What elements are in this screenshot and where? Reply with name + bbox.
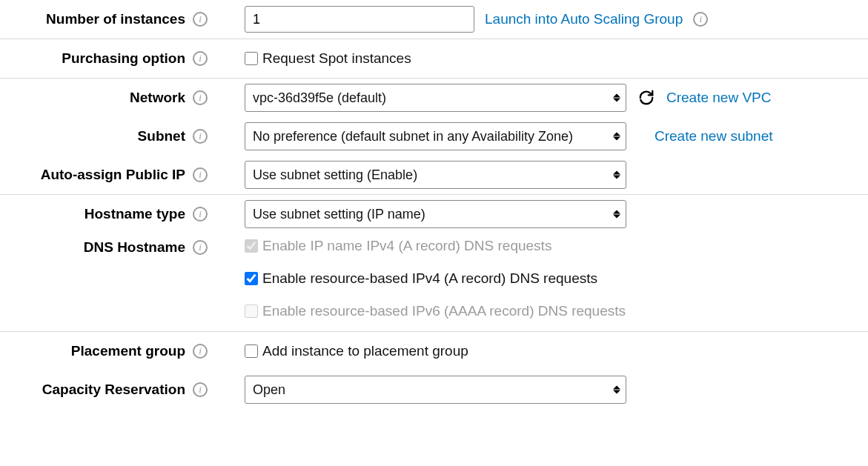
launch-asg-link[interactable]: Launch into Auto Scaling Group <box>485 11 683 27</box>
refresh-network-button[interactable] <box>637 88 656 107</box>
label-capacity-reservation: Capacity Reservation <box>42 382 185 398</box>
field-col: vpc-36d39f5e (default) Create new VPC <box>215 84 772 112</box>
label-col: Subnet i <box>0 128 215 144</box>
section-network: Network i vpc-36d39f5e (default) Create … <box>0 78 868 194</box>
row-placement-group: Placement group i Add instance to placem… <box>0 332 868 370</box>
label-subnet: Subnet <box>138 128 185 144</box>
subnet-select[interactable]: No preference (default subnet in any Ava… <box>245 122 626 150</box>
label-auto-assign-public-ip: Auto-assign Public IP <box>41 167 185 183</box>
request-spot-label: Request Spot instances <box>262 50 411 67</box>
dns-resource-v4-row: Enable resource-based IPv4 (A record) DN… <box>245 270 597 287</box>
dns-resource-v6-row: Enable resource-based IPv6 (AAAA record)… <box>245 303 626 319</box>
info-icon[interactable]: i <box>193 207 208 222</box>
section-placement: Placement group i Add instance to placem… <box>0 331 868 409</box>
refresh-icon <box>638 90 655 106</box>
auto-assign-public-ip-value: Use subnet setting (Enable) <box>245 161 626 189</box>
row-purchasing-option: Purchasing option i Request Spot instanc… <box>0 39 868 78</box>
dns-resource-v6-label: Enable resource-based IPv6 (AAAA record)… <box>262 303 626 319</box>
subnet-select-value: No preference (default subnet in any Ava… <box>245 122 626 150</box>
label-col: Purchasing option i <box>0 50 215 67</box>
placement-group-checkbox-label: Add instance to placement group <box>262 343 468 359</box>
field-col: Add instance to placement group <box>215 343 468 359</box>
info-icon[interactable]: i <box>193 240 208 255</box>
label-col: Auto-assign Public IP i <box>0 167 215 183</box>
row-number-of-instances: Number of instances i Launch into Auto S… <box>0 0 868 39</box>
label-col: DNS Hostname i <box>0 238 215 256</box>
dns-ipname-checkbox <box>245 239 258 253</box>
spot-checkbox-row: Request Spot instances <box>245 50 411 67</box>
row-auto-assign-public-ip: Auto-assign Public IP i Use subnet setti… <box>0 156 868 194</box>
dns-resource-v4-checkbox[interactable] <box>245 272 258 285</box>
info-icon[interactable]: i <box>193 382 208 397</box>
field-col: Enable IP name IPv4 (A record) DNS reque… <box>215 238 626 328</box>
row-network: Network i vpc-36d39f5e (default) Create … <box>0 79 868 117</box>
label-hostname-type: Hostname type <box>85 206 185 222</box>
info-icon[interactable]: i <box>193 12 208 27</box>
row-subnet: Subnet i No preference (default subnet i… <box>0 117 868 156</box>
dns-ipname-row: Enable IP name IPv4 (A record) DNS reque… <box>245 238 551 254</box>
row-dns-hostname: DNS Hostname i Enable IP name IPv4 (A re… <box>0 233 868 331</box>
dns-resource-v4-label: Enable resource-based IPv4 (A record) DN… <box>262 270 597 287</box>
label-col: Number of instances i <box>0 11 215 27</box>
info-icon[interactable]: i <box>193 90 208 105</box>
field-col: Use subnet setting (IP name) <box>215 200 626 228</box>
label-purchasing-option: Purchasing option <box>62 50 185 67</box>
label-col: Capacity Reservation i <box>0 382 215 398</box>
label-col: Placement group i <box>0 343 215 359</box>
field-col: Open <box>215 376 626 404</box>
capacity-reservation-value: Open <box>245 376 626 404</box>
field-col: Use subnet setting (Enable) <box>215 161 626 189</box>
label-network: Network <box>130 90 185 106</box>
section-hostname: Hostname type i Use subnet setting (IP n… <box>0 194 868 331</box>
info-icon[interactable]: i <box>693 12 708 27</box>
create-vpc-link[interactable]: Create new VPC <box>666 90 772 106</box>
create-subnet-link[interactable]: Create new subnet <box>655 128 773 144</box>
label-dns-hostname: DNS Hostname <box>84 239 185 256</box>
label-number-of-instances: Number of instances <box>46 11 185 27</box>
info-icon[interactable]: i <box>193 51 208 66</box>
section-purchasing: Purchasing option i Request Spot instanc… <box>0 39 868 78</box>
auto-assign-public-ip-select[interactable]: Use subnet setting (Enable) <box>245 161 626 189</box>
dns-resource-v6-checkbox <box>245 304 258 318</box>
info-icon[interactable]: i <box>193 167 208 182</box>
network-select[interactable]: vpc-36d39f5e (default) <box>245 84 626 112</box>
placement-group-checkbox-row: Add instance to placement group <box>245 343 468 359</box>
section-instances: Number of instances i Launch into Auto S… <box>0 0 868 39</box>
hostname-type-select[interactable]: Use subnet setting (IP name) <box>245 200 626 228</box>
field-col: No preference (default subnet in any Ava… <box>215 122 773 150</box>
row-hostname-type: Hostname type i Use subnet setting (IP n… <box>0 195 868 233</box>
network-select-value: vpc-36d39f5e (default) <box>245 84 626 112</box>
placement-group-checkbox[interactable] <box>245 344 258 358</box>
number-of-instances-input[interactable] <box>245 6 474 33</box>
field-col: Launch into Auto Scaling Group i <box>215 6 708 33</box>
info-icon[interactable]: i <box>193 344 208 359</box>
hostname-type-value: Use subnet setting (IP name) <box>245 200 626 228</box>
label-placement-group: Placement group <box>71 343 185 359</box>
request-spot-checkbox[interactable] <box>245 52 258 65</box>
field-col: Request Spot instances <box>215 50 411 67</box>
label-col: Network i <box>0 90 215 106</box>
dns-ipname-label: Enable IP name IPv4 (A record) DNS reque… <box>262 238 551 254</box>
row-capacity-reservation: Capacity Reservation i Open <box>0 370 868 409</box>
info-icon[interactable]: i <box>193 129 208 144</box>
label-col: Hostname type i <box>0 206 215 222</box>
ec2-launch-config-form: Number of instances i Launch into Auto S… <box>0 0 868 409</box>
capacity-reservation-select[interactable]: Open <box>245 376 626 404</box>
